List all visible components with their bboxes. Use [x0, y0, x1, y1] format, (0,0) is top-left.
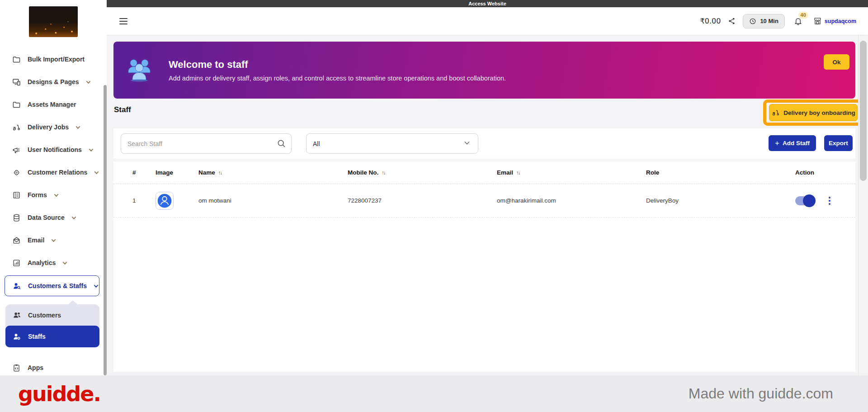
guidde-highlight: Delivery boy onboarding — [763, 99, 863, 126]
status-toggle[interactable] — [795, 196, 814, 205]
table-header-row: # Image Name Mobile No. Email Role Actio… — [113, 161, 855, 184]
sidebar-item-label: Analytics — [28, 259, 56, 266]
scooter-icon — [771, 109, 780, 117]
form-icon — [12, 191, 21, 199]
chevron-down-icon — [86, 79, 90, 84]
sidebar-item-customers[interactable]: Customers — [5, 304, 99, 326]
sidebar-item-email[interactable]: Email — [0, 229, 107, 251]
chevron-down-icon — [71, 215, 76, 219]
chevron-down-icon — [54, 192, 58, 197]
search-icon — [277, 139, 286, 150]
chevron-down-icon — [94, 170, 99, 174]
sidebar-item-label: Bulk Import/Export — [28, 56, 85, 63]
row-index: 1 — [132, 197, 156, 204]
apps-icon — [12, 364, 21, 372]
chevron-down-icon — [89, 147, 93, 152]
banner-title: Welcome to staff — [169, 59, 506, 71]
sidebar-item-label: Apps — [28, 364, 43, 371]
col-email-label: Email — [497, 169, 513, 176]
export-button[interactable]: Export — [824, 135, 853, 151]
notification-count-badge: 40 — [798, 12, 808, 19]
sidebar-item-label: Forms — [28, 191, 47, 199]
store-name: supdaqcom — [825, 18, 856, 24]
store-icon — [813, 17, 822, 25]
person-search-icon — [13, 282, 21, 290]
analytics-icon — [12, 259, 21, 267]
sidebar-item-label: Customers — [28, 312, 61, 319]
sidebar-item-label: Email — [28, 237, 44, 244]
ok-button[interactable]: Ok — [824, 54, 849, 70]
col-action: Action — [795, 169, 846, 176]
sidebar-item-designs-pages[interactable]: Designs & Pages — [0, 71, 107, 93]
devices-icon — [12, 78, 21, 86]
sidebar-item-data-source[interactable]: Data Source — [0, 206, 107, 229]
wallet-balance[interactable]: ₹0.00 — [700, 17, 721, 25]
sort-icon — [218, 169, 222, 176]
access-website-bar[interactable]: Access Website — [0, 0, 868, 7]
sidebar-item-delivery-jobs[interactable]: Delivery Jobs — [0, 116, 107, 138]
sidebar-item-label: User Notifications — [28, 146, 82, 153]
email-icon — [12, 236, 21, 245]
sidebar-item-customers-staffs[interactable]: Customers & Staffs — [5, 275, 99, 296]
megaphone-icon — [12, 146, 21, 154]
cell-role: DeliveryBoy — [646, 197, 795, 204]
app-header: ₹0.00 10 Min 40 supdaqcom — [107, 7, 868, 35]
filter-value: All — [313, 140, 320, 147]
sort-icon — [382, 169, 385, 176]
chevron-down-icon — [462, 138, 472, 149]
plus-icon — [775, 139, 779, 148]
sidebar-item-label: Customers & Staffs — [28, 282, 87, 289]
avatar — [156, 192, 174, 210]
sidebar-item-bulk-import-export[interactable]: Bulk Import/Export — [0, 48, 107, 71]
people-icon — [13, 311, 21, 319]
search-input[interactable] — [121, 133, 292, 154]
share-icon[interactable] — [728, 17, 736, 25]
page-title: Staff — [114, 105, 131, 114]
cell-mobile: 7228007237 — [348, 197, 497, 204]
col-name-sortable[interactable]: Name — [198, 169, 348, 176]
chevron-down-icon — [94, 283, 98, 288]
sidebar-item-label: Customer Relations — [28, 169, 87, 176]
notifications-button[interactable]: 40 — [794, 17, 802, 25]
made-with-text: Made with guidde.com — [689, 385, 833, 402]
col-mobile-label: Mobile No. — [348, 169, 378, 176]
trial-timer-button[interactable]: 10 Min — [743, 14, 784, 28]
page-scrollbar[interactable] — [858, 7, 868, 375]
delivery-boy-onboarding-button[interactable]: Delivery boy onboarding — [769, 104, 858, 121]
sidebar-item-staffs[interactable]: Staffs — [5, 326, 99, 347]
chevron-down-icon — [63, 260, 67, 265]
sidebar-item-label: Delivery Jobs — [28, 123, 69, 131]
sidebar-item-analytics[interactable]: Analytics — [0, 251, 107, 274]
sidebar-item-label: Staffs — [28, 333, 46, 340]
store-link[interactable]: supdaqcom — [813, 17, 856, 25]
role-filter-select[interactable]: All — [306, 133, 478, 154]
col-image: Image — [156, 169, 198, 176]
folder-icon — [12, 100, 21, 109]
access-website-label: Access Website — [468, 1, 506, 6]
clock-icon — [749, 18, 756, 25]
sidebar-item-forms[interactable]: Forms — [0, 184, 107, 206]
sidebar-item-user-notifications[interactable]: User Notifications — [0, 138, 107, 161]
sidebar-item-label: Assets Manager — [28, 101, 76, 108]
col-email-sortable[interactable]: Email — [497, 169, 646, 176]
guidde-logo: guidde. — [18, 382, 100, 406]
col-mobile-sortable[interactable]: Mobile No. — [348, 169, 497, 176]
sidebar-scrollbar[interactable] — [104, 85, 107, 375]
sidebar-item-assets-manager[interactable]: Assets Manager — [0, 93, 107, 116]
onboarding-label: Delivery boy onboarding — [783, 109, 855, 116]
row-menu-icon[interactable] — [827, 195, 832, 207]
sidebar-item-label: Designs & Pages — [28, 78, 79, 85]
staff-group-icon — [126, 58, 152, 82]
cell-name: om motwani — [198, 197, 348, 204]
staff-controls-card: All Add Staff Export — [113, 128, 855, 159]
scrollbar-thumb[interactable] — [860, 41, 867, 181]
chevron-down-icon — [52, 237, 56, 242]
add-staff-button[interactable]: Add Staff — [769, 135, 816, 151]
sidebar: Bulk Import/Export Designs & Pages Asset… — [0, 0, 107, 375]
sidebar-item-customer-relations[interactable]: Customer Relations — [0, 161, 107, 184]
person-gear-icon — [13, 332, 21, 341]
col-role: Role — [646, 169, 795, 176]
add-staff-label: Add Staff — [783, 140, 810, 147]
menu-icon[interactable] — [119, 18, 127, 24]
scooter-icon — [12, 123, 21, 132]
